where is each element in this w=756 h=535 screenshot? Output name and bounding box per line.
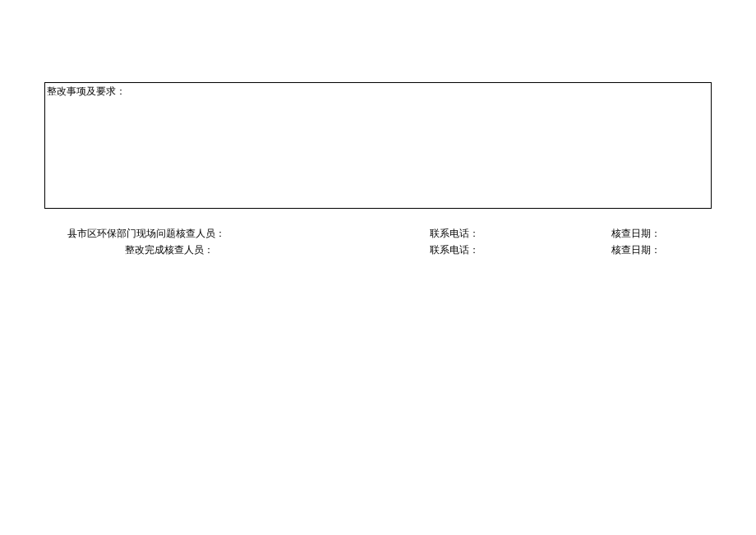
row2-phone-label: 联系电话：: [430, 243, 479, 257]
row2-personnel-label: 整改完成核查人员：: [125, 243, 214, 257]
signature-row-1: 县市区环保部门现场问题核查人员： 联系电话： 核查日期：: [44, 227, 712, 242]
row2-date-label: 核查日期：: [611, 243, 661, 257]
box-title: 整改事项及要求：: [47, 85, 126, 99]
row1-phone-label: 联系电话：: [430, 227, 479, 241]
rectification-requirements-box: 整改事项及要求：: [44, 82, 712, 209]
signature-section: 县市区环保部门现场问题核查人员： 联系电话： 核查日期： 整改完成核查人员： 联…: [44, 227, 712, 260]
row1-personnel-label: 县市区环保部门现场问题核查人员：: [67, 227, 225, 241]
signature-row-2: 整改完成核查人员： 联系电话： 核查日期：: [44, 243, 712, 258]
row1-date-label: 核查日期：: [611, 227, 661, 241]
